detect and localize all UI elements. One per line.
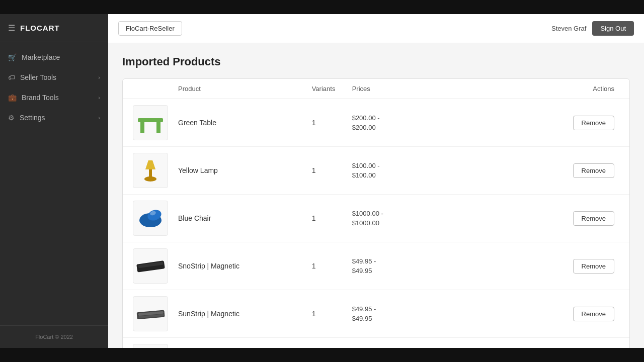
variants-2: 1 <box>312 166 352 174</box>
content-area: Imported Products Product Variants Price… <box>108 43 644 348</box>
page-title: Imported Products <box>122 55 630 68</box>
product-name-5: SunStrip | Magnetic <box>178 310 312 318</box>
product-image-green-table <box>133 105 168 140</box>
product-name-3: Blue Chair <box>178 214 312 222</box>
sidebar-nav: 🛒 Marketplace 🏷 Seller Tools › 💼 Brand T… <box>0 42 108 325</box>
menu-icon: ☰ <box>8 23 15 33</box>
sidebar-item-marketplace[interactable]: 🛒 Marketplace <box>0 47 108 67</box>
actions-2: Remove <box>486 163 619 178</box>
price-3: $1000.00 -$1000.00 <box>352 209 486 228</box>
remove-button-3[interactable]: Remove <box>573 211 614 226</box>
remove-button-5[interactable]: Remove <box>573 307 614 321</box>
sidebar-item-brand-tools[interactable]: 💼 Brand Tools › <box>0 87 108 108</box>
sidebar-item-settings[interactable]: ⚙ Settings › <box>0 108 108 128</box>
price-4: $49.95 -$49.95 <box>352 256 486 276</box>
remove-button-2[interactable]: Remove <box>573 163 614 178</box>
gear-icon: ⚙ <box>8 114 15 122</box>
username-label: Steven Graf <box>551 25 586 32</box>
sidebar-item-seller-tools[interactable]: 🏷 Seller Tools › <box>0 67 108 87</box>
table-row: SnoStrip | Magnetic 1 $49.95 -$49.95 Rem… <box>123 242 629 290</box>
actions-3: Remove <box>486 211 619 226</box>
remove-button-1[interactable]: Remove <box>573 116 614 130</box>
chevron-right-icon: › <box>98 74 100 80</box>
products-table: Product Variants Prices Actions <box>122 78 630 348</box>
table-row: Blue Chair 1 $1000.00 -$1000.00 Remove <box>123 195 629 242</box>
sidebar: ☰ FLOCART 🛒 Marketplace 🏷 Seller Tools ›… <box>0 14 108 348</box>
product-image-snostrip <box>133 248 168 284</box>
product-name-1: Green Table <box>178 119 312 127</box>
sidebar-footer: FloCart © 2022 <box>0 325 108 348</box>
price-1: $200.00 -$200.00 <box>352 113 486 133</box>
table-row: Green Table 1 $200.00 -$200.00 Remove <box>123 99 629 147</box>
sidebar-label-brand-tools: Brand Tools <box>22 94 98 102</box>
product-image-mudbucket <box>133 344 168 348</box>
product-name-4: SnoStrip | Magnetic <box>178 262 312 270</box>
product-name-2: Yellow Lamp <box>178 166 312 174</box>
product-image-blue-chair <box>133 201 168 236</box>
bottom-bar <box>0 348 644 362</box>
col-header-variants: Variants <box>312 85 352 93</box>
sidebar-header: ☰ FLOCART <box>0 14 108 42</box>
sidebar-label-settings: Settings <box>20 114 98 122</box>
price-5: $49.95 -$49.95 <box>352 304 486 324</box>
svg-point-5 <box>144 176 156 182</box>
table-header-row: Product Variants Prices Actions <box>123 79 629 99</box>
svg-rect-1 <box>140 122 144 133</box>
variants-3: 1 <box>312 214 352 222</box>
actions-4: Remove <box>486 259 619 274</box>
actions-5: Remove <box>486 307 619 321</box>
chevron-right-icon-3: › <box>98 115 100 121</box>
price-2: $100.00 -$100.00 <box>352 161 486 180</box>
app-title: FLOCART <box>20 24 60 32</box>
col-header-prices: Prices <box>352 85 486 93</box>
chevron-right-icon-2: › <box>98 95 100 101</box>
header-right: Steven Graf Sign Out <box>551 21 634 36</box>
svg-rect-2 <box>156 122 160 133</box>
variants-5: 1 <box>312 310 352 318</box>
col-header-product: Product <box>178 85 312 93</box>
top-bar <box>0 0 644 14</box>
reseller-tab[interactable]: FloCart-ReSeller <box>118 21 182 36</box>
svg-rect-0 <box>138 118 163 122</box>
main-content: FloCart-ReSeller Steven Graf Sign Out Im… <box>108 14 644 348</box>
table-row: SunStrip | Magnetic 1 $49.95 -$49.95 Rem… <box>123 290 629 338</box>
svg-marker-6 <box>145 160 155 169</box>
tag-icon: 🏷 <box>8 73 15 81</box>
table-row: Yellow Lamp 1 $100.00 -$100.00 Remove <box>123 147 629 195</box>
product-image-yellow-lamp <box>133 153 168 188</box>
table-row: MudBucket Advent... 1 $119.95 -$119.95 R… <box>123 338 629 348</box>
briefcase-icon: 💼 <box>8 94 17 102</box>
sidebar-label-seller-tools: Seller Tools <box>20 73 98 81</box>
header: FloCart-ReSeller Steven Graf Sign Out <box>108 14 644 43</box>
col-header-actions: Actions <box>486 85 619 93</box>
variants-1: 1 <box>312 119 352 127</box>
remove-button-4[interactable]: Remove <box>573 259 614 274</box>
actions-1: Remove <box>486 116 619 130</box>
variants-4: 1 <box>312 262 352 270</box>
product-image-sunstrip <box>133 296 168 331</box>
cart-icon: 🛒 <box>8 53 17 61</box>
header-left: FloCart-ReSeller <box>118 21 182 36</box>
signout-button[interactable]: Sign Out <box>592 21 634 36</box>
sidebar-label-marketplace: Marketplace <box>22 53 100 61</box>
col-header-img <box>133 85 178 93</box>
